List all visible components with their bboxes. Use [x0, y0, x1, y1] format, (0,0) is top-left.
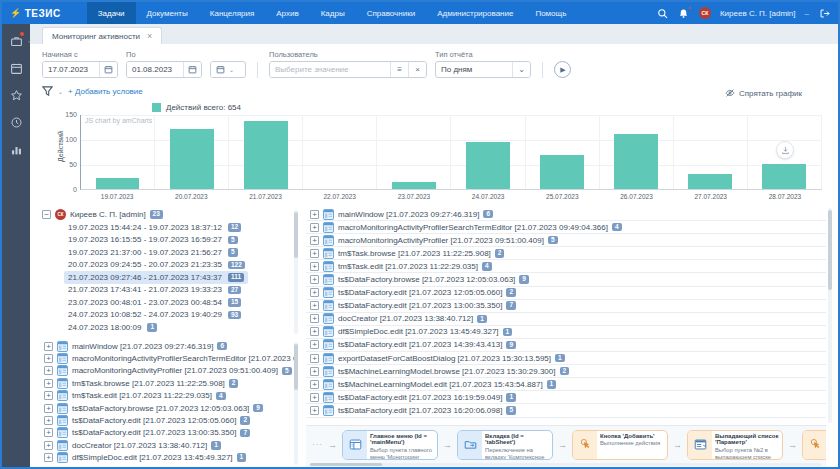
calendar-icon[interactable]	[183, 62, 201, 77]
window-row[interactable]: + ts$MachineLearningModel.edit [21.07.20…	[306, 378, 826, 391]
app-logo[interactable]: ⚡ ТЕЗИС	[10, 8, 61, 19]
window-row[interactable]: + ts$DataFactory.browse [21.07.2023 12:0…	[306, 273, 826, 286]
chart-bar[interactable]	[170, 129, 214, 189]
window-row[interactable]: + ts$DataFactory.edit [21.07.2023 12:05:…	[42, 414, 298, 426]
session-tree-root[interactable]: − СК Киреев С. П. [admin] 23	[42, 208, 298, 221]
window-row[interactable]: + docCreator [21.07.2023 13:38:40.712] 1	[306, 313, 826, 326]
chart-bar[interactable]	[762, 164, 806, 189]
session-row[interactable]: 19.07.2023 21:37:00 - 19.07.2023 21:56:2…	[64, 246, 242, 259]
session-row[interactable]: 19.07.2023 15:44:24 - 19.07.2023 18:37:1…	[64, 221, 245, 234]
expand-expander[interactable]: +	[310, 210, 319, 219]
chart-bar[interactable]	[540, 155, 584, 189]
user-picker-input[interactable]	[270, 62, 390, 77]
tasks-icon[interactable]: ›	[9, 34, 23, 48]
chart-bar[interactable]	[392, 182, 436, 189]
stats-icon[interactable]	[9, 142, 23, 156]
expand-expander[interactable]: +	[310, 340, 319, 349]
flow-card[interactable]: Кнопка Выполнение действия	[802, 430, 826, 460]
run-report-button[interactable]: ▶	[554, 61, 571, 78]
expand-expander[interactable]: +	[310, 327, 319, 336]
date-to-input[interactable]	[127, 62, 183, 77]
expand-expander[interactable]: +	[310, 406, 319, 415]
window-row[interactable]: + ts$DataFactory.edit [21.07.2023 16:19:…	[306, 391, 826, 404]
expand-expander[interactable]: +	[310, 223, 319, 232]
window-row[interactable]: + docCreator [21.07.2023 13:38:40.712] 1	[42, 439, 298, 451]
session-row[interactable]: 20.07.2023 09:24:55 - 20.07.2023 21:23:3…	[64, 259, 249, 272]
tab-close-icon[interactable]: ×	[147, 31, 152, 41]
scrollbar-vertical[interactable]	[294, 342, 298, 465]
flow-card[interactable]: Вкладка (Id = 'tabSheet') Переключение н…	[457, 430, 553, 460]
window-row[interactable]: + mainWindow [21.07.2023 09:27:46.319] 6	[306, 208, 826, 221]
session-row[interactable]: 24.07.2023 18:00:09 1	[64, 321, 161, 334]
menu-item[interactable]: Архив	[265, 2, 309, 24]
session-row[interactable]: 21.07.2023 17:43:41 - 21.07.2023 19:33:2…	[64, 284, 245, 297]
menu-item[interactable]: Администрирование	[426, 2, 524, 24]
window-row[interactable]: + macroMonitoringActivityProfiler [21.07…	[306, 234, 826, 247]
window-row[interactable]: + ts$DataFactory.edit [21.07.2023 14:39:…	[306, 339, 826, 352]
window-row[interactable]: + macroMonitoringActivityProfilerSearchT…	[42, 352, 298, 364]
expand-expander[interactable]: +	[310, 288, 319, 297]
scrollbar-horizontal[interactable]	[310, 463, 822, 466]
session-row[interactable]: 24.07.2023 22:18:35 - 24.07.2023 22:18:3…	[64, 334, 242, 337]
expand-expander[interactable]: +	[310, 262, 319, 271]
calendar-icon[interactable]	[99, 62, 117, 77]
window-row[interactable]: + mainWindow [21.07.2023 09:27:46.319] 6	[42, 340, 298, 352]
calendar-icon[interactable]	[9, 61, 23, 75]
menu-item[interactable]: Справочники	[356, 2, 426, 24]
chart-bar[interactable]	[244, 121, 288, 189]
expand-expander[interactable]: +	[44, 441, 53, 450]
window-row[interactable]: + ts$DataFactory.edit [21.07.2023 12:05:…	[306, 287, 826, 300]
report-type-select[interactable]: По дням ⌄	[435, 61, 531, 78]
menu-item[interactable]: Кадры	[310, 2, 356, 24]
expand-expander[interactable]: +	[44, 391, 53, 400]
scrollbar-vertical[interactable]	[828, 208, 832, 423]
chart-legend[interactable]: Действий всего: 654	[152, 103, 826, 112]
window-row[interactable]: + ts$DataFactory.edit [21.07.2023 13:00:…	[306, 300, 826, 313]
expand-expander[interactable]: +	[310, 367, 319, 376]
lookup-list-icon[interactable]: ≡	[390, 62, 408, 77]
window-row[interactable]: + ts$MachineLearningModel.browse [21.07.…	[306, 365, 826, 378]
chart-export-button[interactable]	[776, 141, 794, 159]
expand-expander[interactable]: +	[310, 393, 319, 402]
window-row[interactable]: + tm$Task.browse [21.07.2023 11:22:25.90…	[42, 377, 298, 389]
window-row[interactable]: + tm$Task.edit [21.07.2023 11:22:29.035]…	[306, 260, 826, 273]
expand-expander[interactable]: +	[44, 404, 53, 413]
expand-expander[interactable]: +	[310, 354, 319, 363]
expand-expander[interactable]: +	[44, 354, 53, 363]
expand-expander[interactable]: +	[44, 379, 53, 388]
date-preset-button[interactable]: ⌄	[210, 61, 246, 78]
expand-expander[interactable]: +	[44, 428, 53, 437]
expand-expander[interactable]: +	[44, 366, 53, 375]
window-row[interactable]: + ts$DataFactory.browse [21.07.2023 12:0…	[42, 402, 298, 414]
window-row[interactable]: + tm$Task.browse [21.07.2023 11:22:25.90…	[306, 247, 826, 260]
star-icon[interactable]	[9, 88, 23, 102]
expand-expander[interactable]: +	[310, 301, 319, 310]
window-row[interactable]: + tm$Task.edit [21.07.2023 11:22:29.035]…	[42, 390, 298, 402]
expand-expander[interactable]: +	[310, 236, 319, 245]
expand-expander[interactable]: +	[44, 416, 53, 425]
filter-funnel-icon[interactable]	[42, 86, 53, 97]
flow-card[interactable]: Выпадающий список 'Параметр' Выбор пункт…	[687, 430, 783, 460]
expand-expander[interactable]: +	[44, 342, 53, 351]
flow-card[interactable]: Кнопка 'Добавить' Выполнение действия	[572, 430, 668, 460]
chevron-down-icon[interactable]: ⌄	[58, 88, 63, 95]
menu-item[interactable]: Задачи	[87, 2, 136, 24]
logout-icon[interactable]	[818, 7, 830, 19]
session-row[interactable]: 23.07.2023 00:48:01 - 23.07.2023 00:48:5…	[64, 296, 245, 309]
expand-expander[interactable]: +	[310, 275, 319, 284]
add-condition-link[interactable]: + Добавить условие	[68, 87, 143, 96]
window-row[interactable]: + df$SimpleDoc.edit [21.07.2023 13:45:49…	[306, 326, 826, 339]
history-icon[interactable]	[9, 115, 23, 129]
chart-bar[interactable]	[688, 174, 732, 189]
expand-expander[interactable]: +	[44, 453, 53, 462]
window-row[interactable]: + exportDatasetForCatBoostDialog [21.07.…	[306, 352, 826, 365]
window-row[interactable]: + ts$DataFactory.edit [21.07.2023 16:20:…	[306, 404, 826, 417]
chart-bar[interactable]	[614, 134, 658, 189]
search-icon[interactable]	[657, 7, 669, 19]
expand-expander[interactable]: +	[310, 314, 319, 323]
expand-expander[interactable]: +	[310, 249, 319, 258]
hide-chart-link[interactable]: Спрятать график	[725, 88, 802, 98]
window-row[interactable]: + df$SimpleDoc.edit [21.07.2023 13:45:49…	[42, 452, 298, 464]
menu-item[interactable]: Документы	[136, 2, 199, 24]
menu-item[interactable]: Помощь	[524, 2, 577, 24]
